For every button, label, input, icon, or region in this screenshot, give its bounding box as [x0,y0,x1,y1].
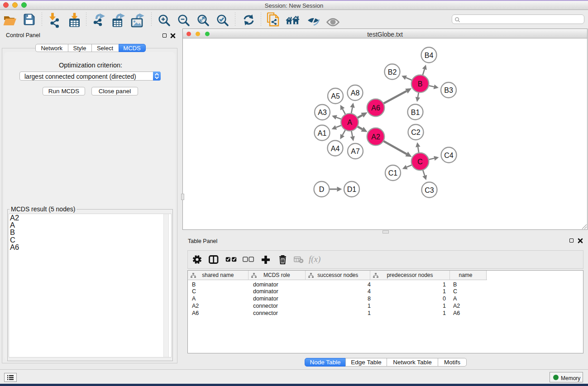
svg-text:A6: A6 [371,104,380,112]
svg-text:C1: C1 [388,169,397,177]
svg-text:B1: B1 [411,108,420,116]
svg-text:A2: A2 [371,133,380,141]
svg-text:A8: A8 [350,89,359,97]
svg-text:A1: A1 [317,129,326,137]
svg-text:C2: C2 [411,129,421,136]
svg-text:B4: B4 [424,51,433,59]
svg-text:C: C [417,158,423,166]
svg-text:A3: A3 [318,109,327,116]
svg-text:D: D [319,186,324,193]
svg-text:A4: A4 [330,144,339,152]
svg-text:D1: D1 [347,186,356,193]
svg-text:B3: B3 [444,86,453,94]
svg-text:A7: A7 [351,148,360,155]
svg-text:A5: A5 [331,92,340,100]
svg-text:B2: B2 [387,68,397,76]
svg-text:B: B [417,80,422,88]
svg-text:C4: C4 [444,151,454,159]
svg-text:C3: C3 [425,186,434,194]
svg-text:A: A [347,119,352,126]
